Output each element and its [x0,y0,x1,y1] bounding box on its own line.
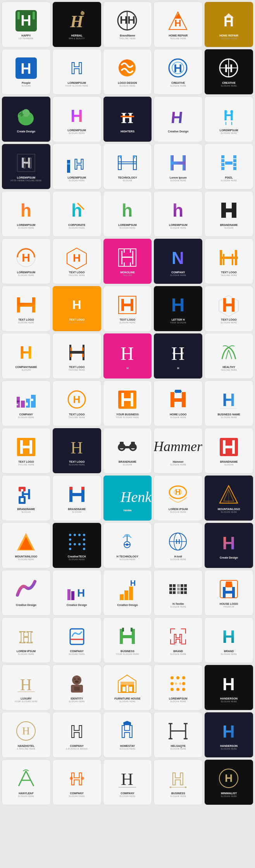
logo-card-8[interactable]: LOGO DESIGN SLOGAN HERE [103,49,152,95]
logo-card-4[interactable]: H HOME REPAIR TAGLINE HERE [153,2,203,47]
logo-card-55[interactable]: MOUNTAINLOGO SLOGAN HERE [204,475,253,521]
logo-icon-39: H [167,342,190,365]
logo-icon-11 [14,105,38,128]
logo-card-2[interactable]: H HERBAL SPA & BEAUTY [52,2,102,47]
svg-point-269 [81,777,84,780]
logo-card-63[interactable]: H Creative Design [103,570,152,616]
logo-icon-83: H [116,767,139,790]
logo-card-28[interactable]: MONOLINE TAGLINE [103,238,152,284]
logo-card-78[interactable]: H HOMESTAY SLOGAN HERE [103,712,152,758]
logo-card-58[interactable]: H TECHNOLOGY SLOGAN HERE [103,523,152,568]
logo-card-36[interactable]: H COMPANYNAME SLOGAN [2,333,51,379]
logo-card-51[interactable]: H BRANDNAME SLOGAN [2,475,51,521]
logo-card-67[interactable]: COMPANY SLOGAN HERE [52,617,102,663]
logo-card-42[interactable]: H TEXT LOGO TAGLINE HERE [52,380,102,426]
logo-card-43[interactable]: YOUR BUSINESS YOUR SLOGAN HERE [103,380,152,426]
logo-card-24[interactable]: h LOREMIPSUM SLOGAN HERE [153,191,203,237]
logo-card-14[interactable]: H Creative Design [153,96,203,142]
logo-card-16[interactable]: H H LOREMIPSUM http://www.tagline.here [2,144,51,189]
logo-card-11[interactable]: Create Design [2,96,51,142]
logo-card-59[interactable]: H H-knit SLOGAN HERE [153,523,203,568]
logo-card-57[interactable]: CreativeTECH SLOGAN HERE [52,523,102,568]
logo-card-85[interactable]: H MINIMALIST SLOGAN HERE [204,759,253,805]
logo-card-64[interactable]: H-Textile SLOGAN HERE [153,570,203,616]
logo-card-29[interactable]: N COMPANY SLOGAN HERE [153,238,203,284]
logo-card-45[interactable]: H BUSINESS NAME SLOGAN HERE [204,380,253,426]
logo-card-81[interactable]: HANYLEAF SLOGAN HERE [2,759,51,805]
svg-text:H: H [22,155,32,171]
logo-card-56[interactable]: MOUNTAINLOGO SLOGAN HERE [2,523,51,568]
logo-card-26[interactable]: H LOREMIPSUM SLOGAN HERE [2,238,51,284]
logo-card-30[interactable]: TEXT LOGO TAGLINE HERE [204,238,253,284]
logo-card-48[interactable]: BRANDNAME SLOGAN [103,428,152,474]
logo-card-84[interactable]: H BUSINESS SLOGAN HERE [153,759,203,805]
logo-card-52[interactable]: BRANDNAME SLOGAN [52,475,102,521]
logo-card-65[interactable]: HOUSE LOGO PREMIUM [204,570,253,616]
logo-card-37[interactable]: TEXT LOGO TAGLINE HERE [52,333,102,379]
logo-card-77[interactable]: H COMPANY A BUSINESS BRAND [52,712,102,758]
logo-card-6[interactable]: H People SLOGAN [2,49,51,95]
logo-card-41[interactable]: COMPANY SLOGAN HERE [2,380,51,426]
logo-card-19[interactable]: Lorem Ipsum SLOGAN HERE [153,144,203,189]
logo-card-1[interactable]: H HAPPY LETTERMARK [2,2,51,47]
logo-card-10[interactable]: H CREATIVE SLOGAN HERE [204,49,253,95]
logo-card-39[interactable]: H H [153,333,203,379]
logo-card-17[interactable]: H LOREMIPSUM SLOGAN HERE [52,144,102,189]
logo-card-47[interactable]: H TEXT LOGO SLOGAN HERE [52,428,102,474]
logo-card-74[interactable]: LOREMIPSUM SLOGAN HERE [153,665,203,710]
logo-card-44[interactable]: HOME LOGO SLOGAN HERE [153,380,203,426]
logo-card-38[interactable]: H H [103,333,152,379]
logo-card-76[interactable]: H HANZHOTEL A TAGLINE HERE [2,712,51,758]
svg-marker-255 [123,721,131,725]
logo-card-31[interactable]: TEXT LOGO SLOGAN HERE [2,286,51,332]
logo-card-72[interactable]: IDENTITY SLOGAN HERE [52,665,102,710]
logo-title-64: H-Textile [172,602,184,606]
logo-card-33[interactable]: TEXT LOGO SLOGAN HERE [103,286,152,332]
logo-subtitle-2: SPA & BEAUTY [69,37,84,40]
svg-point-241 [176,676,179,679]
logo-card-60[interactable]: H Create Design [204,523,253,568]
logo-card-12[interactable]: H LOREMIPSUM SLOGAN HERE [52,96,102,142]
logo-card-80[interactable]: H HANDERSON SLOGAN HERE [204,712,253,758]
svg-text:H: H [175,18,181,28]
logo-card-61[interactable]: Creative Design [2,570,51,616]
logo-card-62[interactable]: H Creative Design [52,570,102,616]
logo-card-21[interactable]: h LOREMIPSUM SLOGAN HERE [2,191,51,237]
logo-card-70[interactable]: H BRAND SLOGAN HERE [204,617,253,663]
logo-card-75[interactable]: H HANDERSON SLOGAN HERE [204,665,253,710]
logo-card-7[interactable]: H LOREMIPSUM YOUR SLOGAN HERE [52,49,102,95]
logo-card-82[interactable]: H COMPANY SLOGAN HERE [52,759,102,805]
logo-title-8: LOGO DESIGN [118,82,137,85]
logo-card-49[interactable]: Hammer Hammer SLOGAN HERE [153,428,203,474]
logo-card-73[interactable]: FURNITURE HOUSE SLOGAN HERE [103,665,152,710]
logo-subtitle-76: A TAGLINE HERE [17,748,36,750]
logo-card-66[interactable]: H LOREM IPSUM SLOGAN HERE [2,617,51,663]
logo-card-69[interactable]: H BRAND SLOGAN HERE [153,617,203,663]
logo-card-22[interactable]: h CORPORATE SLOGAN HERE [52,191,102,237]
logo-card-25[interactable]: BRANDNAME SLOGAN [204,191,253,237]
logo-card-18[interactable]: TECHNOLOGY SLOGAN [103,144,152,189]
logo-card-79[interactable]: HELSAQYE SLOGAN HERE [153,712,203,758]
logo-card-32[interactable]: H TEXT LOGO SLOGAN HERE [52,286,102,332]
logo-subtitle-6: SLOGAN [21,85,31,87]
logo-card-27[interactable]: H TEXT LOGO TAGLINE HERE [52,238,102,284]
logo-card-35[interactable]: TEXT LOGO SLOGAN HERE [204,286,253,332]
logo-card-5[interactable]: H HOME REPAIR SLOGAN HERE [204,2,253,47]
logo-card-9[interactable]: H CREATIVE SLOGAN HERE [153,49,203,95]
logo-card-50[interactable]: BRANDNAME SLOGAN [204,428,253,474]
logo-card-46[interactable]: TEXT LOGO TAGLINE HERE [2,428,51,474]
logo-card-34[interactable]: H LETTER H YOUR SLOGAN [153,286,203,332]
logo-card-68[interactable]: BUSINESS YOUR SLOGAN HERE [103,617,152,663]
logo-card-71[interactable]: H LUXURY YOUR SLOGAN HERE [2,665,51,710]
logo-card-3[interactable]: H H BrandName TAGLINE HERE [103,2,152,47]
svg-point-229 [74,678,76,680]
logo-card-40[interactable]: HEALTHY TAGLINE HERE [204,333,253,379]
logo-card-20[interactable]: PIXEL SLOGAN HERE [204,144,253,189]
logo-card-15[interactable]: H LOREMIPSUM SLOGAN HERE [204,96,253,142]
logo-card-13[interactable]: H HIGHTERS [103,96,152,142]
logo-card-54[interactable]: H LOREM IPSUM SLOGAN HERE [153,475,203,521]
logo-card-23[interactable]: h LOREMIPSUM SLOGAN HERE [103,191,152,237]
logo-card-83[interactable]: H COMPANY SLOGAN HERE [103,759,152,805]
logo-card-53[interactable]: Henka Henka [103,475,152,521]
logo-subtitle-68: YOUR SLOGAN HERE [116,653,139,655]
